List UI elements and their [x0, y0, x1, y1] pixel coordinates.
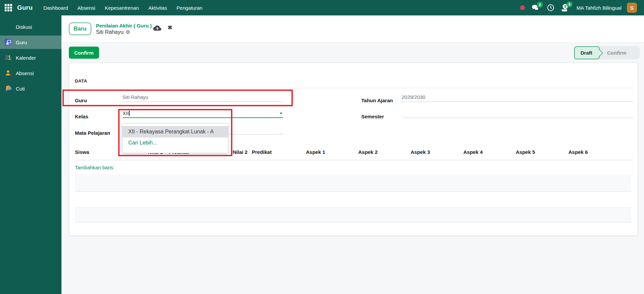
apps-grid-icon[interactable]	[5, 4, 12, 11]
col-header-siswa: Siswa	[75, 149, 89, 155]
col-header-aspek2: Aspek 2	[358, 149, 378, 155]
attendance-person-icon	[5, 69, 12, 77]
kelas-field-input[interactable]: XII	[123, 109, 283, 118]
activities-button[interactable]	[547, 4, 554, 11]
empty-table-row	[75, 177, 631, 192]
discuss-bubble-icon	[5, 23, 12, 31]
col-header-aspek3: Aspek 3	[411, 149, 430, 155]
calendar-31-icon: 31	[5, 54, 12, 61]
semester-field-input[interactable]	[402, 109, 633, 118]
empty-table-row	[75, 208, 631, 223]
breadcrumb-parent-link[interactable]: Penilaian Akhir ( Guru )	[96, 23, 152, 28]
left-sidebar: Diskusi Guru 31 Kalender	[0, 15, 61, 294]
breadcrumb-bar: Baru Penilaian Akhir ( Guru ) Siti Rahay…	[61, 15, 644, 43]
section-title: DATA	[75, 78, 87, 83]
record-status-badge: Baru	[69, 22, 91, 35]
teacher-frame-icon	[5, 39, 12, 46]
menu-dashboard[interactable]: Dashboard	[39, 1, 73, 15]
confirm-button[interactable]: Confirm	[69, 47, 99, 59]
tahun-ajaran-field-label: Tahun Ajaran	[361, 98, 402, 103]
company-name[interactable]: MA Tahfizh Bilingual	[577, 5, 622, 11]
sidebar-label: Absensi	[16, 70, 34, 76]
col-header-aspek1: Aspek 1	[306, 149, 325, 155]
form-sheet: DATA Guru Siti Rahayu Kelas XII Mata Pel…	[69, 63, 638, 236]
sidebar-item-diskusi[interactable]: Diskusi	[0, 20, 61, 34]
guru-field-input[interactable]: Siti Rahayu	[123, 93, 283, 102]
presence-dot-icon	[520, 5, 525, 10]
tahun-ajaran-field-input[interactable]: 2029/2030	[402, 93, 633, 102]
topbar-right: 2 $ 5 MA Tahfizh Bilingual S	[520, 3, 637, 13]
breadcrumb-current: Siti Rahayu	[96, 29, 124, 35]
statusbar: Draft Confirm	[574, 46, 640, 59]
dropdown-search-more[interactable]: Cari Lebih...	[123, 137, 228, 148]
add-row-link[interactable]: Tambahkan baris	[75, 165, 113, 170]
text-caret	[129, 111, 130, 116]
col-header-aspek5: Aspek 5	[516, 149, 535, 155]
messages-button[interactable]: 2	[532, 4, 540, 11]
breadcrumb: Penilaian Akhir ( Guru ) Siti Rahayu ⚙	[96, 23, 152, 35]
notifications-badge: 5	[566, 1, 572, 7]
table-row-divider	[75, 175, 632, 175]
app-brand[interactable]: Guru	[17, 4, 33, 11]
clock-icon	[547, 4, 554, 11]
sidebar-item-kalender[interactable]: 31 Kalender	[0, 51, 61, 64]
menu-kepesantrenan[interactable]: Kepesantrenan	[100, 1, 144, 15]
kelas-autocomplete-dropdown: XII - Rekayasa Perangkat Lunak - A Cari …	[122, 123, 228, 153]
semester-field-label: Semester	[361, 114, 402, 119]
table-header-divider	[75, 160, 632, 160]
messages-badge: 2	[537, 2, 543, 8]
col-header-nilai2: Nilai 2	[233, 149, 247, 155]
top-menu: Dashboard Absensi Kepesantrenan Aktivita…	[39, 1, 207, 15]
chevron-down-icon[interactable]	[280, 113, 282, 114]
statusbar-step-draft[interactable]: Draft	[574, 46, 600, 59]
user-avatar[interactable]: S	[627, 3, 637, 13]
sidebar-label: Guru	[16, 40, 27, 45]
kelas-field-label: Kelas	[75, 114, 122, 119]
col-header-predikat2: Predikat	[252, 149, 272, 155]
payments-inbox-button[interactable]: $ 5	[562, 4, 569, 11]
menu-absensi[interactable]: Absensi	[73, 1, 100, 15]
menu-aktivitas[interactable]: Aktivitas	[144, 1, 172, 15]
col-header-aspek6: Aspek 6	[568, 149, 588, 155]
top-navbar: Guru Dashboard Absensi Kepesantrenan Akt…	[0, 0, 644, 15]
statusbar-step-confirm[interactable]: Confirm	[600, 46, 632, 59]
section-divider	[75, 88, 632, 88]
col-header-aspek4: Aspek 4	[463, 149, 483, 155]
discard-x-icon[interactable]: ✖	[168, 24, 172, 31]
umbrella-icon	[5, 85, 12, 92]
sidebar-label: Cuti	[16, 86, 25, 92]
mata-pelajaran-field-label: Mata Pelajaran	[75, 130, 122, 136]
sidebar-item-absensi[interactable]: Absensi	[0, 66, 61, 80]
gear-icon[interactable]: ⚙	[126, 29, 130, 35]
app-root: Guru Dashboard Absensi Kepesantrenan Akt…	[0, 0, 644, 294]
sidebar-item-guru[interactable]: Guru	[0, 36, 61, 49]
guru-field-label: Guru	[75, 98, 122, 103]
dropdown-option-kelas[interactable]: XII - Rekayasa Perangkat Lunak - A	[123, 126, 228, 137]
sidebar-label: Kalender	[16, 55, 36, 61]
menu-pengaturan[interactable]: Pengaturan	[172, 1, 208, 15]
save-cloud-icon[interactable]	[153, 25, 162, 32]
sidebar-item-cuti[interactable]: Cuti	[0, 82, 61, 95]
sidebar-label: Diskusi	[16, 24, 32, 30]
